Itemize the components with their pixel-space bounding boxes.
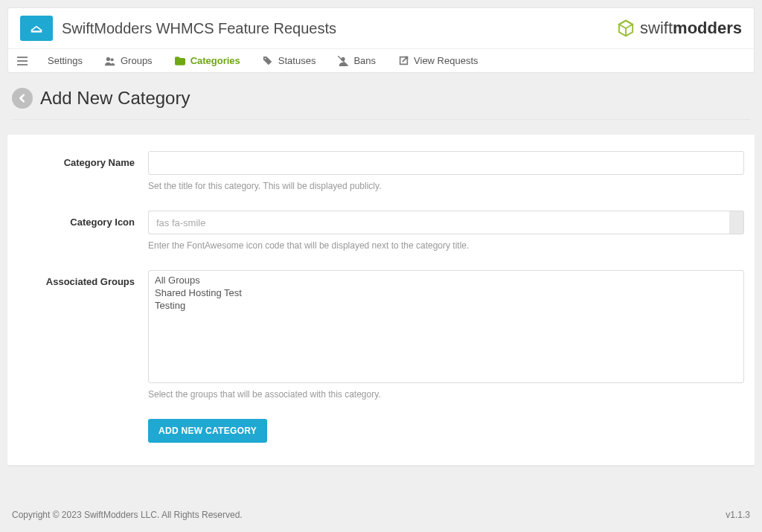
user-slash-icon (338, 56, 348, 66)
associated-groups-select[interactable]: All GroupsShared Hosting TestTesting (148, 270, 744, 383)
group-option[interactable]: Testing (153, 299, 739, 312)
nav-item-statuses[interactable]: Statuses (252, 49, 327, 72)
category-icon-label: Category Icon (18, 211, 148, 228)
category-icon-help: Enter the FontAwesome icon code that wil… (148, 240, 744, 251)
associated-groups-label: Associated Groups (18, 270, 148, 287)
nav-item-label: Groups (121, 55, 153, 66)
category-name-input[interactable] (148, 151, 744, 175)
category-icon-input[interactable] (148, 211, 729, 234)
brand-logo[interactable]: swiftmodders (616, 19, 742, 38)
app-icon (20, 16, 53, 41)
svg-point-6 (264, 57, 266, 59)
svg-point-5 (111, 58, 114, 61)
folder-icon (175, 56, 185, 66)
nav-item-label: Settings (48, 55, 83, 66)
associated-groups-help: Select the groups that will be associate… (148, 389, 744, 400)
nav-item-groups[interactable]: Groups (94, 49, 164, 72)
nav-item-view-requests[interactable]: View Requests (387, 49, 489, 72)
footer-version: v1.1.3 (726, 510, 750, 520)
footer-copyright: Copyright © 2023 SwiftModders LLC. All R… (12, 510, 243, 520)
group-option[interactable]: All Groups (153, 274, 739, 286)
footer: Copyright © 2023 SwiftModders LLC. All R… (7, 498, 755, 525)
category-name-help: Set the title for this category. This wi… (148, 181, 744, 191)
svg-rect-1 (17, 57, 28, 58)
nav-item-categories[interactable]: Categories (164, 49, 252, 72)
nav-item-label: Statuses (278, 55, 316, 66)
divider (12, 119, 750, 120)
nav-bar: Settings Groups Categories Statuses Bans (7, 48, 755, 73)
svg-point-4 (106, 57, 110, 60)
brand-suffix: modders (673, 19, 742, 37)
add-new-category-button[interactable]: ADD NEW CATEGORY (148, 419, 267, 443)
cube-icon (616, 19, 635, 38)
nav-item-label: Categories (190, 55, 240, 66)
nav-item-bans[interactable]: Bans (327, 49, 387, 72)
brand-prefix: swift (640, 19, 673, 37)
icon-preview (729, 211, 744, 234)
form-panel: Category Name Set the title for this cat… (7, 135, 755, 465)
app-header: SwiftModders WHMCS Feature Requests swif… (7, 7, 755, 48)
group-option[interactable]: Shared Hosting Test (153, 286, 739, 299)
svg-rect-2 (17, 60, 28, 62)
nav-item-settings[interactable]: Settings (36, 49, 94, 72)
svg-rect-3 (17, 64, 28, 65)
nav-item-label: View Requests (414, 55, 478, 66)
external-icon (398, 56, 409, 66)
app-title: SwiftModders WHMCS Feature Requests (62, 20, 336, 37)
back-button[interactable] (12, 88, 33, 109)
category-name-label: Category Name (18, 151, 148, 168)
tags-icon (263, 56, 273, 66)
page-title: Add New Category (40, 88, 190, 109)
svg-rect-0 (31, 31, 42, 32)
nav-item-label: Bans (353, 55, 376, 66)
users-icon (105, 56, 115, 66)
nav-toggle-icon[interactable] (8, 49, 36, 72)
